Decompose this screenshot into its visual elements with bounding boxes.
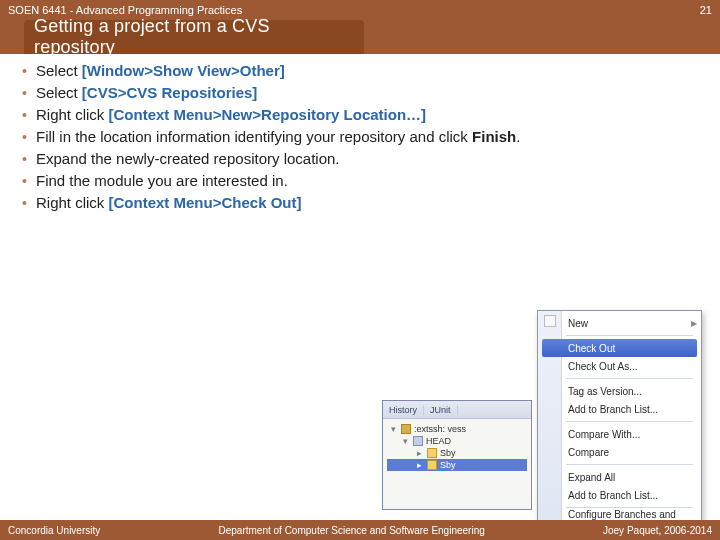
bullet-text: Right click: [36, 194, 109, 211]
menu-path: [CVS>CVS Repositories]: [82, 84, 257, 101]
footer-right: Joey Paquet, 2006-2014: [603, 525, 712, 536]
context-menu: New▶ Check Out Check Out As... Tag as Ve…: [537, 310, 702, 540]
menu-separator: [566, 421, 693, 422]
menu-item-compare[interactable]: Compare: [568, 443, 697, 461]
list-item: Fill in the location information identif…: [18, 126, 702, 148]
bullet-list: Select [Window>Show View>Other] Select […: [18, 60, 702, 214]
footer-left: Concordia University: [8, 525, 100, 536]
embedded-screenshot: History JUnit ▾:extssh: vess ▾HEAD ▸Sby …: [372, 310, 702, 510]
menu-separator: [566, 335, 693, 336]
twisty-icon: ▾: [401, 436, 410, 446]
menu-label: Check Out As...: [568, 361, 637, 372]
bullet-text: Right click: [36, 106, 109, 123]
list-item: Find the module you are interested in.: [18, 170, 702, 192]
twisty-icon: ▾: [389, 424, 398, 434]
bullet-text: Expand the newly-created repository loca…: [36, 150, 340, 167]
bullet-text: Select: [36, 62, 82, 79]
list-item: Select [CVS>CVS Repositories]: [18, 82, 702, 104]
bullet-text: Fill in the location information identif…: [36, 128, 472, 145]
menu-item-add-branch-2[interactable]: Add to Branch List...: [568, 486, 697, 504]
view-tabs: History JUnit: [383, 401, 531, 419]
footer-center: Department of Computer Science and Softw…: [219, 525, 485, 536]
menu-label: Add to Branch List...: [568, 404, 658, 415]
list-item: Expand the newly-created repository loca…: [18, 148, 702, 170]
tree-label: Sby: [440, 448, 456, 458]
menu-separator: [566, 464, 693, 465]
twisty-icon: ▸: [415, 448, 424, 458]
bullet-text: Find the module you are interested in.: [36, 172, 288, 189]
tree-label: HEAD: [426, 436, 451, 446]
page-number: 21: [700, 4, 712, 16]
menu-label: Check Out: [568, 343, 615, 354]
menu-item-compare-with[interactable]: Compare With...: [568, 425, 697, 443]
menu-items: New▶ Check Out Check Out As... Tag as Ve…: [538, 311, 701, 540]
tree-label: Sby: [440, 460, 456, 470]
tree-label: :extssh: vess: [414, 424, 466, 434]
head-icon: [413, 436, 423, 446]
tab-history[interactable]: History: [383, 405, 424, 415]
list-item: Right click [Context Menu>New>Repository…: [18, 104, 702, 126]
menu-path: [Window>Show View>Other]: [82, 62, 285, 79]
slide: SOEN 6441 - Advanced Programming Practic…: [0, 0, 720, 540]
cvs-view: History JUnit ▾:extssh: vess ▾HEAD ▸Sby …: [382, 400, 532, 510]
twisty-icon: ▸: [415, 460, 424, 470]
menu-label: Compare With...: [568, 429, 640, 440]
list-item: Select [Window>Show View>Other]: [18, 60, 702, 82]
menu-label: Expand All: [568, 472, 615, 483]
menu-label: Compare: [568, 447, 609, 458]
menu-item-checkout-as[interactable]: Check Out As...: [568, 357, 697, 375]
bullet-text: Select: [36, 84, 82, 101]
menu-item-new[interactable]: New▶: [568, 314, 697, 332]
repo-icon: [401, 424, 411, 434]
tree-head[interactable]: ▾HEAD: [387, 435, 527, 447]
folder-icon: [427, 448, 437, 458]
menu-item-add-branch[interactable]: Add to Branch List...: [568, 400, 697, 418]
repo-tree: ▾:extssh: vess ▾HEAD ▸Sby ▸Sby: [383, 419, 531, 475]
menu-label: New: [568, 318, 588, 329]
menu-path: [Context Menu>Check Out]: [109, 194, 302, 211]
tree-root[interactable]: ▾:extssh: vess: [387, 423, 527, 435]
submenu-arrow-icon: ▶: [691, 319, 697, 328]
course-code: SOEN 6441 - Advanced Programming Practic…: [8, 4, 242, 16]
tree-module[interactable]: ▸Sby: [387, 447, 527, 459]
slide-footer: Concordia University Department of Compu…: [0, 520, 720, 540]
finish-label: Finish: [472, 128, 516, 145]
menu-label: Add to Branch List...: [568, 490, 658, 501]
menu-separator: [566, 507, 693, 508]
list-item: Right click [Context Menu>Check Out]: [18, 192, 702, 214]
menu-path: [Context Menu>New>Repository Location…]: [109, 106, 427, 123]
tree-module-selected[interactable]: ▸Sby: [387, 459, 527, 471]
title-box: Getting a project from a CVS repository: [24, 20, 364, 54]
slide-title: Getting a project from a CVS repository: [34, 16, 354, 58]
menu-item-tag[interactable]: Tag as Version...: [568, 382, 697, 400]
menu-item-expand[interactable]: Expand All: [568, 468, 697, 486]
tab-junit[interactable]: JUnit: [424, 405, 458, 415]
menu-item-checkout[interactable]: Check Out: [542, 339, 697, 357]
bullet-text: .: [516, 128, 520, 145]
folder-icon: [427, 460, 437, 470]
menu-separator: [566, 378, 693, 379]
title-bar: Getting a project from a CVS repository: [0, 20, 720, 54]
menu-label: Tag as Version...: [568, 386, 642, 397]
